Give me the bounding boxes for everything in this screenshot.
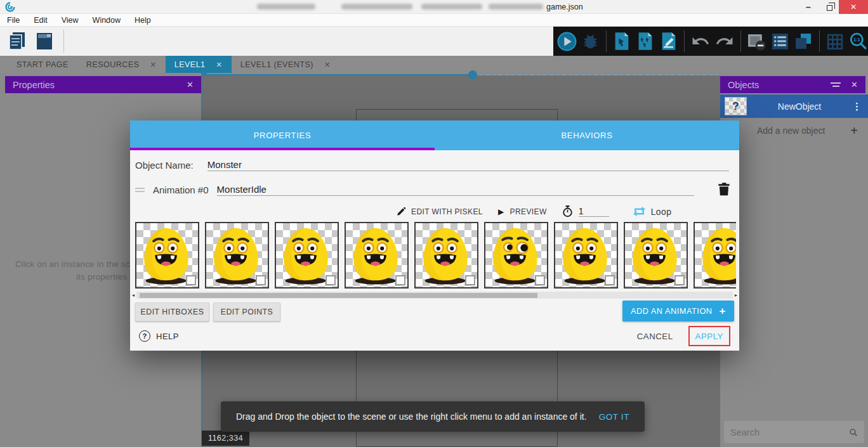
frame-checkbox[interactable] [186,275,196,285]
frame-checkbox[interactable] [674,275,685,285]
scene-resize-handle[interactable] [468,70,477,79]
play-icon: ▶ [498,207,504,216]
animation-frame[interactable] [205,222,269,288]
cancel-button[interactable]: CANCEL [637,332,673,341]
editor-tab[interactable]: START PAGE ✕ [8,56,77,73]
menu-item[interactable]: Help [128,14,158,26]
toolbar-divider [63,30,64,53]
animation-frame[interactable] [275,222,339,288]
grid-icon[interactable] [825,30,845,52]
help-button[interactable]: ? HELP [139,330,179,342]
project-manager-icon[interactable] [6,30,27,52]
object-search-box[interactable] [724,421,864,443]
start-page-icon[interactable] [34,30,55,52]
animation-frame[interactable] [345,222,409,288]
edit-with-piskel-button[interactable]: EDIT WITH PISKEL [411,207,483,216]
filter-icon[interactable] [831,82,841,87]
tab-close-icon[interactable]: ✕ [216,60,223,69]
undo-icon[interactable] [690,30,711,52]
animation-name-input[interactable] [217,183,694,196]
scroll-left-icon[interactable]: ◄ [130,291,136,299]
tab-label: LEVEL1 (EVENTS) [240,60,313,69]
plus-icon[interactable]: + [850,124,858,138]
zoom-1-1-icon[interactable]: 1:1 [848,30,868,52]
animation-frame[interactable] [694,222,736,288]
editor-tab[interactable]: RESOURCES ✕ [77,56,166,73]
scrollbar-track[interactable] [136,292,733,299]
help-icon: ? [139,330,150,342]
time-between-frames-input[interactable] [579,206,609,217]
stopwatch-icon [562,205,573,217]
object-name-input[interactable] [207,159,729,171]
editor-tab[interactable]: LEVEL1 (EVENTS) ✕ [232,56,339,73]
edit-scene-icon[interactable] [659,30,678,52]
pencil-icon [397,207,405,216]
got-it-button[interactable]: GOT IT [599,412,629,422]
animation-frame[interactable] [414,222,478,288]
layers-icon[interactable] [794,30,813,52]
tab-close-icon[interactable]: ✕ [324,60,331,69]
objects-panel-header: Objects ✕ [720,76,865,93]
object-menu-icon[interactable]: ⋮ [852,101,862,112]
dialog-tab-properties[interactable]: PROPERTIES [130,120,435,150]
minimize-button[interactable]: – [797,0,820,14]
frame-checkbox[interactable] [465,275,475,285]
animation-frame[interactable] [624,222,688,288]
frame-checkbox[interactable] [605,275,615,285]
apply-button[interactable]: APPLY [695,332,723,341]
instances-list-icon[interactable] [770,30,790,52]
edit-points-button[interactable]: EDIT POINTS [213,302,280,321]
close-button[interactable]: ✕ [839,0,868,14]
frame-checkbox[interactable] [326,275,336,285]
help-label: HELP [156,332,179,341]
frame-checkbox[interactable] [256,275,266,285]
menu-item[interactable]: View [55,14,86,26]
menu-item[interactable]: Edit [27,14,55,26]
play-icon[interactable] [557,30,577,52]
edit-hitboxes-button[interactable]: EDIT HITBOXES [135,302,209,321]
delete-animation-icon[interactable] [718,182,730,196]
menu-item[interactable]: File [0,14,27,26]
add-object-icon[interactable] [612,30,632,52]
add-animation-button[interactable]: ADD AN ANIMATION + [622,301,734,321]
loop-icon[interactable] [633,207,645,216]
redacted-title-segment [421,4,482,10]
add-object-row[interactable]: Add a new object + [720,120,868,141]
drag-handle-icon[interactable] [135,188,145,192]
delete-instances-icon[interactable] [747,30,766,52]
scroll-right-icon[interactable]: ► [733,291,739,299]
editor-tab[interactable]: LEVEL1 ✕ [166,56,232,73]
apply-highlight-annotation: APPLY [688,326,730,346]
close-icon[interactable]: ✕ [187,80,194,89]
tab-label: RESOURCES [86,60,140,69]
animation-frames-strip [135,222,736,290]
menu-item[interactable]: Window [86,14,128,26]
animation-frame[interactable] [135,222,199,288]
animation-frame[interactable] [554,222,618,288]
object-thumbnail-icon: ? [725,97,747,115]
animation-frame[interactable] [484,222,548,288]
loop-toggle-label[interactable]: Loop [651,207,672,217]
object-name-field-label: Object Name: [135,160,194,171]
add-group-icon[interactable] [636,30,655,52]
dialog-tab-behaviors[interactable]: BEHAVIORS [435,120,739,150]
plus-icon: + [720,305,726,318]
tab-close-icon[interactable]: ✕ [150,60,157,69]
restore-button[interactable] [820,0,839,14]
object-list-item[interactable]: ? NewObject ⋮ [720,94,868,118]
close-icon[interactable]: ✕ [851,80,858,89]
object-name-label: NewObject [747,101,852,112]
toolbar: 1:1 [0,27,868,56]
redacted-title-segment [489,4,543,10]
active-tab-indicator [130,148,435,150]
toolbar-right-group: 1:1 [553,27,868,56]
debug-icon[interactable] [581,30,600,52]
scrollbar-thumb[interactable] [140,293,537,298]
preview-button[interactable]: PREVIEW [510,207,547,216]
dialog-tab-bar: PROPERTIES BEHAVIORS [130,120,739,150]
redo-icon[interactable] [714,30,735,52]
frame-checkbox[interactable] [395,275,405,285]
scene-selection-dashed-border [480,74,719,75]
search-input[interactable] [730,427,849,437]
frame-checkbox[interactable] [535,275,545,285]
